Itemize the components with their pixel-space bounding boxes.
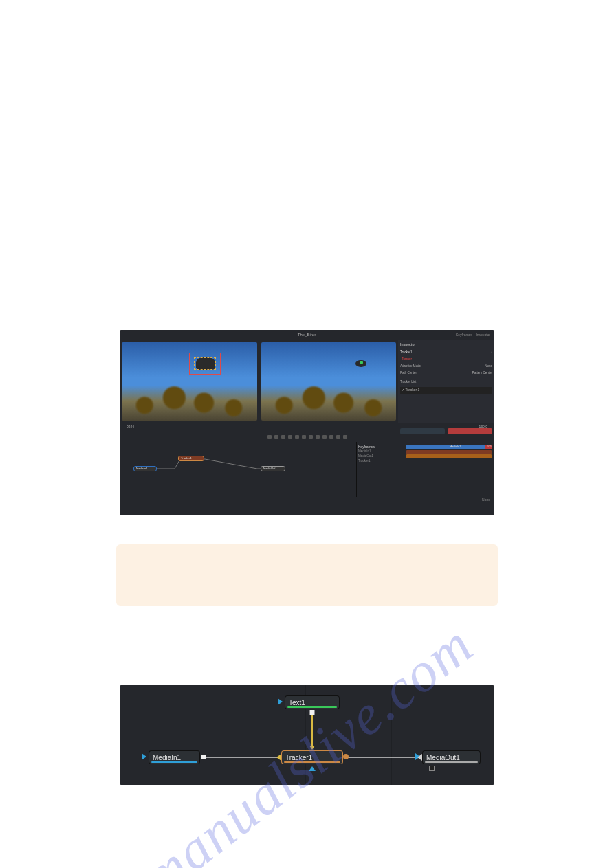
tool-icon[interactable] bbox=[309, 435, 313, 439]
tab-keyframes[interactable]: Keyframes bbox=[456, 333, 472, 337]
tool-icon[interactable] bbox=[302, 435, 306, 439]
tool-icon[interactable] bbox=[281, 435, 285, 439]
fusion-top-bar: The_Birds Keyframes Inspector bbox=[120, 330, 494, 340]
fusion-screenshot: The_Birds Keyframes Inspector In bbox=[120, 330, 494, 515]
kf-item[interactable]: MediaOut1 bbox=[358, 454, 404, 459]
render-cache-row: None bbox=[120, 497, 494, 504]
tracker-list-label: Tracker List bbox=[400, 380, 416, 385]
input-port-bottom-icon[interactable] bbox=[309, 766, 316, 771]
input-port-icon[interactable] bbox=[276, 754, 281, 761]
input-port-icon[interactable] bbox=[417, 754, 422, 761]
node-view-indicator-icon bbox=[278, 698, 283, 705]
kf-bar-mediain[interactable] bbox=[406, 445, 492, 449]
node-graph-screenshot: Text1 MediaIn1 Tracker1 MediaOut1 bbox=[120, 685, 494, 785]
adaptive-mode-label: Adaptive Mode bbox=[400, 364, 421, 369]
node-text1[interactable]: Text1 bbox=[285, 695, 340, 709]
output-port-icon[interactable] bbox=[343, 754, 349, 759]
viewer-left[interactable] bbox=[122, 342, 257, 421]
kf-bar-title: MediaIn1 bbox=[450, 445, 461, 449]
node-view-indicator-icon bbox=[142, 753, 146, 760]
tool-icon[interactable] bbox=[343, 435, 347, 439]
tracker-list-item[interactable]: ✓ Tracker 1 bbox=[400, 387, 492, 394]
output-port-icon[interactable] bbox=[310, 710, 315, 715]
kf-item[interactable]: Tracker1 bbox=[358, 459, 404, 464]
node-mediain[interactable]: MediaIn1 bbox=[133, 466, 157, 471]
frame-current: 139.0 bbox=[479, 425, 487, 430]
tree-foliage-2 bbox=[261, 370, 397, 421]
tool-icon[interactable] bbox=[295, 435, 299, 439]
node-mediaout[interactable]: MediaOut1 bbox=[261, 466, 285, 471]
inspector-tab-tracker[interactable]: Tracker bbox=[400, 357, 413, 362]
tool-icon[interactable] bbox=[274, 435, 278, 439]
node-tracker1[interactable]: Tracker1 bbox=[281, 750, 343, 764]
tree-foliage bbox=[122, 370, 257, 421]
tool-icon[interactable] bbox=[267, 435, 272, 439]
frame-mid: 244 bbox=[129, 425, 134, 430]
keyframes-tracks[interactable]: 205 MediaIn1 bbox=[405, 442, 494, 497]
project-title: The_Birds bbox=[298, 332, 316, 338]
path-center-label: Path Center bbox=[400, 371, 417, 376]
tool-icon[interactable] bbox=[329, 435, 333, 439]
svg-marker-0 bbox=[309, 746, 315, 750]
keyframes-panel-label: Keyframes bbox=[358, 445, 404, 449]
kf-num: 205 bbox=[487, 445, 492, 449]
tab-inspector[interactable]: Inspector bbox=[476, 333, 490, 337]
node-mediain1[interactable]: MediaIn1 bbox=[149, 750, 200, 764]
tool-icon[interactable] bbox=[316, 435, 320, 439]
output-port-icon[interactable] bbox=[201, 755, 206, 759]
effect-mask-port-icon[interactable] bbox=[429, 766, 435, 771]
node-editor[interactable]: MediaIn1 Tracker1 MediaOut1 bbox=[120, 442, 357, 497]
node-mediaout1[interactable]: MediaOut1 bbox=[422, 750, 481, 764]
path-center-value[interactable]: Pattern Center bbox=[472, 371, 492, 376]
inspector-node-name: Tracker1 bbox=[400, 350, 413, 355]
tool-icon[interactable] bbox=[336, 435, 340, 439]
tracker-search-box bbox=[194, 357, 216, 370]
inspector-header: Inspector bbox=[400, 342, 492, 348]
adaptive-mode-value[interactable]: None bbox=[485, 364, 492, 369]
render-cache-value: None bbox=[482, 498, 490, 503]
kf-item[interactable]: MediaIn1 bbox=[358, 449, 404, 454]
kf-bar-other[interactable] bbox=[406, 454, 492, 458]
tracker-pattern-box[interactable] bbox=[189, 353, 221, 375]
viewer-right[interactable] bbox=[261, 342, 397, 421]
tool-icon[interactable] bbox=[322, 435, 327, 439]
node-tracker[interactable]: Tracker1 bbox=[178, 456, 204, 461]
tip-callout-box bbox=[116, 544, 498, 606]
keyframes-list: Keyframes MediaIn1 MediaOut1 Tracker1 bbox=[357, 442, 405, 497]
selected-tracker-button[interactable] bbox=[400, 428, 445, 434]
track-point-icon bbox=[360, 361, 363, 364]
inspector-panel: Inspector Tracker1 • Tracker Adaptive Mo… bbox=[398, 340, 494, 423]
tool-icon[interactable] bbox=[288, 435, 292, 439]
inspector-tabs: Tracker bbox=[400, 357, 492, 362]
